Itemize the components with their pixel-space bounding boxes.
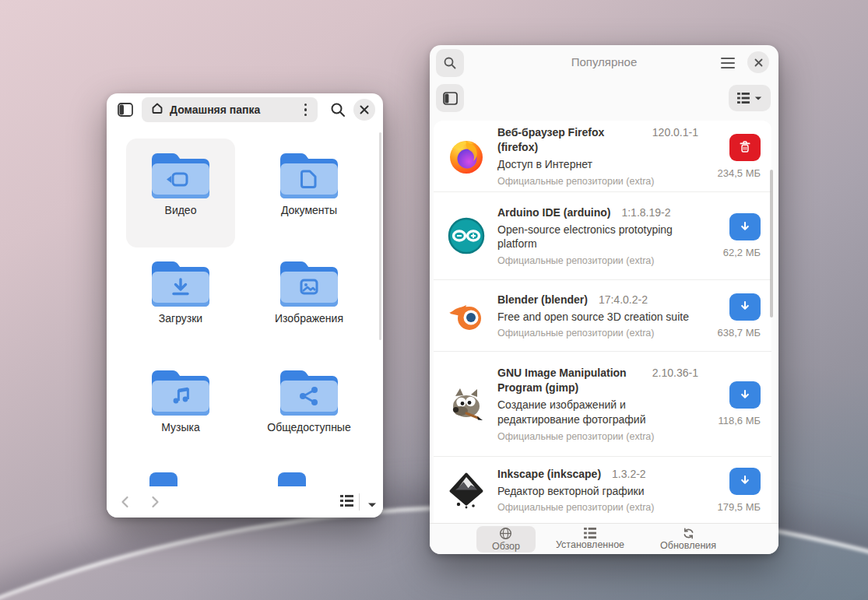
arduino-icon xyxy=(448,217,485,254)
app-size: 179,5 МБ xyxy=(717,501,761,513)
app-description: Доступ в Интернет xyxy=(497,157,698,172)
chevron-down-icon xyxy=(754,96,762,101)
folder-item-pictures[interactable]: Изображения xyxy=(255,247,364,356)
tab-label: Установленное xyxy=(556,540,624,550)
forward-arrow-icon[interactable] xyxy=(147,494,163,510)
app-repository: Официальные репозитории (extra) xyxy=(497,431,698,442)
path-bar[interactable]: Домашняя папка xyxy=(142,97,318,122)
files-window: Домашняя папка Видео Документы xyxy=(107,93,383,518)
download-icon xyxy=(737,473,753,489)
app-version: 2.10.36-1 xyxy=(652,366,698,381)
folder-icon xyxy=(278,259,340,307)
tab-label: Обзор xyxy=(492,542,520,552)
app-repository: Официальные репозитории (extra) xyxy=(497,176,698,187)
tab-updates[interactable]: Обновления xyxy=(645,526,732,553)
app-repository: Официальные репозитории (extra) xyxy=(497,255,698,266)
folder-icon xyxy=(278,151,340,199)
files-headerbar: Домашняя папка xyxy=(107,93,383,126)
firefox-icon xyxy=(448,138,485,175)
folder-item-music[interactable]: Музыка xyxy=(126,356,235,465)
app-row-arduino[interactable]: Arduino IDE (arduino) 1:1.8.19-2 Open-so… xyxy=(434,192,771,280)
view-options-dropdown-icon[interactable] xyxy=(367,497,377,511)
close-button[interactable] xyxy=(747,51,769,73)
divider xyxy=(359,493,360,511)
refresh-icon xyxy=(682,528,695,539)
close-button[interactable] xyxy=(353,99,375,121)
app-size: 118,6 МБ xyxy=(718,415,761,426)
globe-icon xyxy=(499,527,512,540)
app-description: Создание изображений и редактирование фо… xyxy=(497,398,680,427)
folder-label: Документы xyxy=(281,204,337,216)
view-mode-dropdown[interactable] xyxy=(729,85,771,111)
folder-item-videos[interactable]: Видео xyxy=(126,139,235,247)
app-version: 17:4.0.2-2 xyxy=(599,293,648,307)
folder-label: Видео xyxy=(165,204,197,216)
install-button[interactable] xyxy=(729,213,761,240)
app-row-gimp[interactable]: GNU Image Manipulation Program (gimp) 2.… xyxy=(434,352,771,457)
bottom-tab-bar: Обзор Установленное Обновления xyxy=(430,523,778,554)
trash-icon xyxy=(737,139,753,155)
install-button[interactable] xyxy=(729,468,761,495)
sidebar-toggle-icon[interactable] xyxy=(436,84,464,112)
list-view-icon xyxy=(737,93,750,104)
home-icon xyxy=(151,102,163,118)
folder-item-public[interactable]: Общедоступные xyxy=(255,356,364,465)
app-row-inkscape[interactable]: Inkscape (inkscape) 1.3.2-2 Редактор век… xyxy=(434,457,771,523)
download-icon xyxy=(737,388,753,403)
kebab-menu-icon[interactable] xyxy=(300,100,311,119)
folder-item-downloads[interactable]: Загрузки xyxy=(126,247,235,356)
folder-label: Музыка xyxy=(161,421,200,433)
app-repository: Официальные репозитории (extra) xyxy=(497,328,698,339)
folder-icon xyxy=(278,368,340,416)
files-footer xyxy=(107,486,383,518)
app-version: 1:1.8.19-2 xyxy=(621,205,670,220)
list-icon xyxy=(584,528,596,539)
hamburger-menu-icon[interactable] xyxy=(718,54,738,72)
folder-label: Общедоступные xyxy=(267,421,350,433)
folder-item-documents[interactable]: Документы xyxy=(255,139,364,247)
tab-browse[interactable]: Обзор xyxy=(476,526,536,553)
software-manager-window: Популярное Веб-браузер Firef xyxy=(430,45,778,554)
folder-icon xyxy=(149,368,212,416)
app-size: 638,7 МБ xyxy=(717,327,761,339)
folder-item-partial[interactable] xyxy=(149,472,177,486)
blender-icon xyxy=(448,297,485,335)
install-button[interactable] xyxy=(729,293,761,321)
app-name: Inkscape (inkscape) xyxy=(497,467,601,482)
app-row-firefox[interactable]: Веб-браузер Firefox (firefox) 120.0.1-1 … xyxy=(434,121,771,192)
inkscape-icon xyxy=(448,472,485,509)
download-icon xyxy=(737,219,753,235)
app-name: Arduino IDE (arduino) xyxy=(497,205,610,220)
folder-label: Загрузки xyxy=(159,312,202,325)
install-button[interactable] xyxy=(729,381,761,409)
remove-button[interactable] xyxy=(729,134,761,161)
folder-label: Изображения xyxy=(275,312,343,325)
app-row-blender[interactable]: Blender (blender) 17:4.0.2-2 Free and op… xyxy=(434,280,771,352)
sidebar-toggle-icon[interactable] xyxy=(118,103,133,117)
app-list-scrollbar[interactable] xyxy=(770,170,773,318)
list-view-icon[interactable] xyxy=(340,495,353,510)
back-arrow-icon[interactable] xyxy=(118,494,133,510)
folder-item-partial[interactable] xyxy=(278,472,306,486)
app-description: Free and open source 3D creation suite xyxy=(497,310,698,325)
app-name: Blender (blender) xyxy=(497,293,588,307)
tab-installed[interactable]: Установленное xyxy=(540,526,640,553)
app-description: Редактор векторной графики xyxy=(497,484,698,499)
app-description: Open-source electronics prototyping plat… xyxy=(497,223,698,252)
app-size: 62,2 МБ xyxy=(723,247,761,258)
folder-icon xyxy=(149,259,212,307)
app-name: GNU Image Manipulation Program (gimp) xyxy=(497,366,641,395)
files-scrollbar[interactable] xyxy=(379,132,381,340)
app-version: 1.3.2-2 xyxy=(612,467,646,482)
app-name: Веб-браузер Firefox (firefox) xyxy=(497,125,641,155)
app-size: 234,5 МБ xyxy=(717,167,761,179)
gimp-icon xyxy=(448,385,485,423)
app-version: 120.0.1-1 xyxy=(652,125,698,140)
current-folder-label: Домашняя папка xyxy=(170,104,300,116)
folder-icon xyxy=(149,151,212,199)
app-list: Веб-браузер Firefox (firefox) 120.0.1-1 … xyxy=(434,121,771,523)
download-icon xyxy=(737,299,753,314)
tab-label: Обновления xyxy=(660,541,716,551)
app-repository: Официальные репозитории (extra) xyxy=(497,502,698,513)
search-icon[interactable] xyxy=(329,100,347,119)
